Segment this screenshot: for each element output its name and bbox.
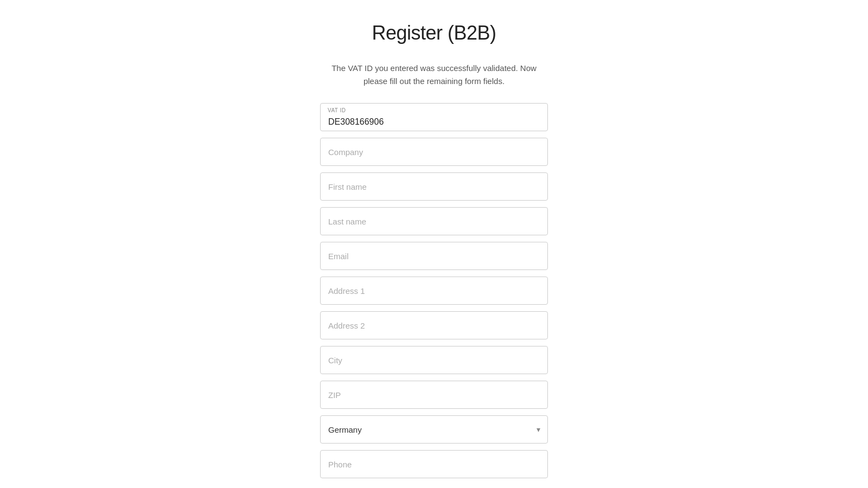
registration-form: VAT ID — [320, 103, 548, 478]
email-input[interactable] — [320, 242, 548, 270]
country-field: Germany Austria Switzerland France Unite… — [320, 415, 548, 444]
vat-id-field: VAT ID — [320, 103, 548, 131]
city-input[interactable] — [320, 346, 548, 374]
first-name-field — [320, 172, 548, 201]
address2-field — [320, 311, 548, 339]
first-name-input[interactable] — [320, 172, 548, 201]
country-select[interactable]: Germany Austria Switzerland France Unite… — [320, 415, 548, 444]
address1-input[interactable] — [320, 277, 548, 305]
vat-id-input[interactable] — [320, 103, 548, 131]
company-field — [320, 138, 548, 166]
last-name-input[interactable] — [320, 207, 548, 235]
company-input[interactable] — [320, 138, 548, 166]
phone-field — [320, 450, 548, 478]
page-subtitle: The VAT ID you entered was successfully … — [320, 62, 548, 88]
address1-field — [320, 277, 548, 305]
zip-input[interactable] — [320, 381, 548, 409]
last-name-field — [320, 207, 548, 235]
phone-input[interactable] — [320, 450, 548, 478]
vat-id-label: VAT ID — [328, 107, 346, 113]
page-title: Register (B2B) — [372, 22, 496, 44]
email-field — [320, 242, 548, 270]
city-field — [320, 346, 548, 374]
address2-input[interactable] — [320, 311, 548, 339]
zip-field — [320, 381, 548, 409]
